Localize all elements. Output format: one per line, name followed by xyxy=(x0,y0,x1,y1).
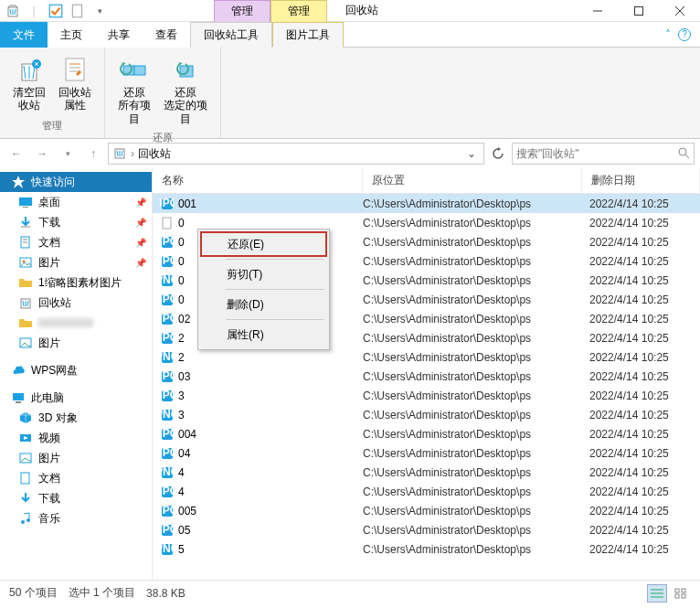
file-row[interactable]: JPG3C:\Users\Administrator\Desktop\ps202… xyxy=(153,386,700,405)
file-name: 0 xyxy=(178,274,185,287)
sidebar-label xyxy=(38,318,93,327)
column-original-location[interactable]: 原位置 xyxy=(363,168,582,193)
contextual-tab-picture[interactable]: 管理 xyxy=(270,0,327,22)
svg-rect-33 xyxy=(21,473,29,484)
sidebar-quick-access[interactable]: 快速访问 xyxy=(0,172,152,192)
back-button[interactable]: ← xyxy=(5,143,27,165)
ctx-properties[interactable]: 属性(R) xyxy=(200,322,327,347)
svg-text:JPG: JPG xyxy=(160,504,175,517)
svg-rect-9 xyxy=(66,59,84,80)
file-row[interactable]: JPG04C:\Users\Administrator\Desktop\ps20… xyxy=(153,443,700,463)
sidebar-videos[interactable]: 视频 xyxy=(0,428,152,448)
help-icon[interactable]: ? xyxy=(678,28,691,41)
status-selected: 选中 1 个项目 xyxy=(69,585,135,601)
sidebar-pictures2[interactable]: 图片 xyxy=(0,333,152,353)
file-location: C:\Users\Administrator\Desktop\ps xyxy=(363,505,582,517)
sidebar-blurred-folder[interactable] xyxy=(0,313,152,333)
search-icon[interactable] xyxy=(677,146,690,162)
svg-rect-79 xyxy=(682,594,685,598)
restore-all-button[interactable]: 还原 所有项目 xyxy=(112,51,156,129)
qat-file-icon[interactable] xyxy=(69,3,86,19)
sidebar-downloads2[interactable]: 下载 xyxy=(0,488,152,508)
contextual-tab-recycle[interactable]: 管理 xyxy=(214,0,270,22)
address-dropdown-icon[interactable]: ⌄ xyxy=(463,147,480,160)
sidebar-label: 图片 xyxy=(38,336,60,351)
file-date: 2022/4/14 10:25 xyxy=(582,351,700,364)
file-name: 0 xyxy=(178,217,185,229)
svg-text:JPG: JPG xyxy=(160,485,175,497)
tab-view[interactable]: 查看 xyxy=(143,22,190,48)
file-row[interactable]: PNG3C:\Users\Administrator\Desktop\ps202… xyxy=(153,405,700,424)
file-row[interactable]: JPG05C:\Users\Administrator\Desktop\ps20… xyxy=(153,520,700,539)
qat-dropdown-icon[interactable]: ▾ xyxy=(91,3,108,19)
file-date: 2022/4/14 10:25 xyxy=(582,524,700,537)
restore-selected-button[interactable]: 还原 选定的项目 xyxy=(158,51,213,129)
maximize-button[interactable] xyxy=(618,0,659,22)
sidebar-music[interactable]: 音乐 xyxy=(0,508,152,528)
file-row[interactable]: JPG004C:\Users\Administrator\Desktop\ps2… xyxy=(153,424,700,443)
file-row[interactable]: JPG001C:\Users\Administrator\Desktop\ps2… xyxy=(153,194,700,213)
up-button[interactable]: ↑ xyxy=(82,143,104,165)
file-date: 2022/4/14 10:25 xyxy=(582,505,700,517)
tab-recycle-tools[interactable]: 回收站工具 xyxy=(190,22,272,48)
file-name: 3 xyxy=(178,409,185,421)
svg-rect-20 xyxy=(23,207,28,208)
sidebar-recycle-bin[interactable]: 回收站 xyxy=(0,293,152,313)
restore-all-icon xyxy=(120,55,149,84)
ribbon-group-restore: 还原 所有项目 还原 选定的项目 还原 xyxy=(105,48,221,138)
close-button[interactable] xyxy=(659,0,700,22)
pictures-icon xyxy=(18,336,33,350)
file-row[interactable]: JPG005C:\Users\Administrator\Desktop\ps2… xyxy=(153,501,700,520)
minimize-button[interactable] xyxy=(577,0,618,22)
sidebar-pictures[interactable]: 图片📌 xyxy=(0,252,152,272)
main-area: 快速访问 桌面📌 下载📌 文档📌 图片📌 1缩略图素材图片 回收站 图片 WPS… xyxy=(0,168,700,580)
empty-recycle-bin-button[interactable]: 清空回 收站 xyxy=(7,51,51,117)
download-icon xyxy=(18,215,33,229)
file-date: 2022/4/14 10:25 xyxy=(582,543,700,556)
file-date: 2022/4/14 10:25 xyxy=(582,485,700,498)
column-name[interactable]: 名称 xyxy=(153,168,363,193)
sidebar-wps[interactable]: WPS网盘 xyxy=(0,360,152,380)
navigation-bar: ← → ▾ ↑ › 回收站 ⌄ xyxy=(0,139,700,168)
column-date-deleted[interactable]: 删除日期 xyxy=(582,168,700,193)
file-name: 02 xyxy=(178,313,190,325)
jpg-file-icon: JPG xyxy=(160,485,175,499)
file-row[interactable]: JPG03C:\Users\Administrator\Desktop\ps20… xyxy=(153,367,700,386)
png-file-icon: PNG xyxy=(160,542,175,557)
file-row[interactable]: PNG5C:\Users\Administrator\Desktop\ps202… xyxy=(153,539,700,559)
search-box[interactable] xyxy=(512,143,695,165)
ribbon-collapse-icon[interactable]: ˄ xyxy=(665,28,671,41)
navigation-pane[interactable]: 快速访问 桌面📌 下载📌 文档📌 图片📌 1缩略图素材图片 回收站 图片 WPS… xyxy=(0,168,153,580)
sidebar-documents2[interactable]: 文档 xyxy=(0,468,152,488)
tab-home[interactable]: 主页 xyxy=(48,22,95,48)
file-row[interactable]: JPG4C:\Users\Administrator\Desktop\ps202… xyxy=(153,482,700,501)
empty-bin-label: 清空回 收站 xyxy=(13,86,46,112)
sidebar-this-pc[interactable]: 此电脑 xyxy=(0,388,152,408)
file-row[interactable]: PNG2C:\Users\Administrator\Desktop\ps202… xyxy=(153,347,700,367)
tab-share[interactable]: 共享 xyxy=(95,22,143,48)
view-icons-button[interactable] xyxy=(671,584,691,603)
file-date: 2022/4/14 10:25 xyxy=(582,389,700,402)
sidebar-pictures3[interactable]: 图片 xyxy=(0,448,152,468)
sidebar-thumbnails[interactable]: 1缩略图素材图片 xyxy=(0,272,152,293)
ctx-delete[interactable]: 删除(D) xyxy=(200,292,327,317)
recent-dropdown[interactable]: ▾ xyxy=(57,143,79,165)
forward-button[interactable]: → xyxy=(31,143,53,165)
file-row[interactable]: PNG4C:\Users\Administrator\Desktop\ps202… xyxy=(153,463,700,482)
ctx-restore[interactable]: 还原(E) xyxy=(200,231,327,257)
status-bar: 50 个项目 选中 1 个项目 38.8 KB xyxy=(0,580,700,605)
sidebar-documents[interactable]: 文档📌 xyxy=(0,232,152,252)
svg-rect-38 xyxy=(163,218,171,229)
sidebar-downloads[interactable]: 下载📌 xyxy=(0,212,152,232)
tab-file[interactable]: 文件 xyxy=(0,22,48,48)
ctx-cut[interactable]: 剪切(T) xyxy=(200,261,327,287)
address-bar[interactable]: › 回收站 ⌄ xyxy=(108,143,484,165)
tab-picture-tools[interactable]: 图片工具 xyxy=(272,22,344,48)
qat-checkbox-icon[interactable] xyxy=(48,3,64,19)
refresh-button[interactable] xyxy=(488,144,508,164)
search-input[interactable] xyxy=(516,147,677,160)
recycle-bin-properties-button[interactable]: 回收站 属性 xyxy=(53,51,97,117)
sidebar-desktop[interactable]: 桌面📌 xyxy=(0,192,152,212)
view-details-button[interactable] xyxy=(647,584,667,603)
sidebar-3d-objects[interactable]: 3D 对象 xyxy=(0,408,152,428)
